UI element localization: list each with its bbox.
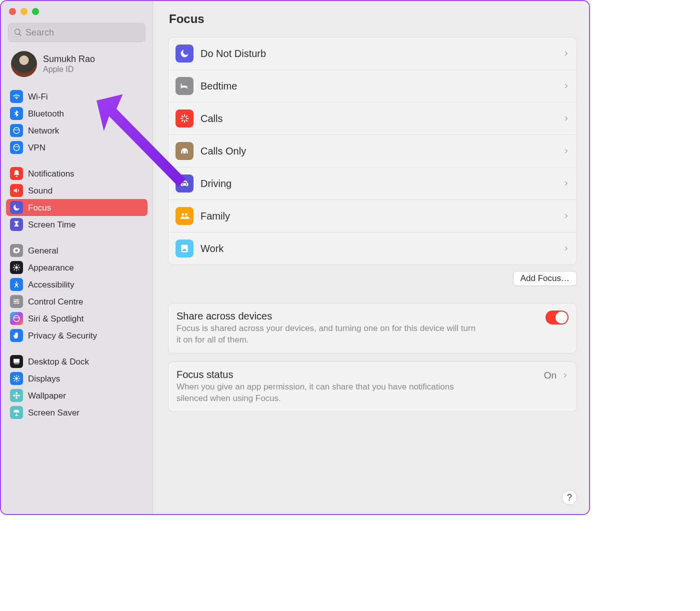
sidebar-item-network[interactable]: Network [6,122,148,139]
sidebar-item-label: Notifications [28,170,74,178]
appearance-icon [10,261,23,274]
dock-icon [10,355,23,368]
displays-icon [10,372,23,385]
sidebar-item-desktop-dock[interactable]: Desktop & Dock [6,353,148,370]
sidebar-item-bluetooth[interactable]: Bluetooth [6,105,148,122]
sidebar-item-apple-id[interactable]: Sumukh Rao Apple ID [6,49,148,86]
share-description: Focus is shared across your devices, and… [176,323,476,346]
focus-row-label: Driving [200,178,556,190]
sidebar-group: General Appearance Accessibility Control… [6,240,148,346]
sidebar-item-label: Siri & Spotlight [28,314,84,323]
wifi-icon [10,90,23,103]
sidebar-item-siri-spotlight[interactable]: Siri & Spotlight [6,310,148,327]
car-icon [176,174,194,192]
sidebar-item-general[interactable]: General [6,242,148,259]
share-across-devices-card: Share across devices Focus is shared acr… [168,303,577,354]
moon-icon [10,201,23,214]
sidebar-item-label: VPN [28,144,46,152]
avatar [11,51,37,77]
focus-status-description: When you give an app permission, it can … [176,382,476,404]
headphones-icon [176,142,194,160]
sidebar-item-screen-saver[interactable]: Screen Saver [6,404,148,421]
sidebar-item-vpn[interactable]: VPN [6,139,148,156]
chevron-right-icon [562,372,568,379]
asterisk-icon [176,110,194,128]
focus-row-bedtime[interactable]: Bedtime [168,70,576,102]
sidebar-item-label: Focus [28,204,51,212]
sidebar-item-focus[interactable]: Focus [6,199,148,216]
sidebar-group: Notifications Sound Focus Screen Time [6,163,148,235]
account-name: Sumukh Rao [43,54,95,65]
focus-row-driving[interactable]: Driving [168,167,576,200]
vpn-icon [10,141,23,154]
sidebar-item-label: Bluetooth [28,110,64,118]
focus-row-calls-only[interactable]: Calls Only [168,134,576,167]
focus-row-calls[interactable]: Calls [168,102,576,134]
chevron-right-icon [562,212,570,220]
sidebar-item-appearance[interactable]: Appearance [6,259,148,276]
network-icon [10,124,23,137]
help-button[interactable]: ? [562,490,577,505]
sidebar: Search Sumukh Rao Apple ID Wi-Fi Bluetoo… [1,1,153,514]
sidebar-item-label: Wallpaper [28,392,66,400]
close-window-button[interactable] [9,8,16,15]
screensaver-icon [10,406,23,419]
sidebar-item-label: General [28,246,58,255]
sidebar-item-label: Control Centre [28,298,84,306]
sidebar-item-wifi[interactable]: Wi-Fi [6,88,148,105]
sidebar-item-label: Sound [28,186,52,195]
wallpaper-icon [10,389,23,402]
focus-row-work[interactable]: Work [168,232,576,264]
sidebar-item-wallpaper[interactable]: Wallpaper [6,387,148,404]
focus-row-label: Family [200,210,556,222]
share-title: Share across devices [176,310,538,322]
sidebar-group: Desktop & Dock Displays Wallpaper Screen… [6,351,148,423]
moon-icon [176,44,194,62]
sidebar-item-screen-time[interactable]: Screen Time [6,216,148,233]
sliders-icon [10,295,23,308]
bluetooth-icon [10,107,23,120]
sidebar-item-label: Privacy & Security [28,332,97,340]
siri-icon [10,312,23,325]
search-placeholder: Search [26,28,54,38]
focus-row-do-not-disturb[interactable]: Do Not Disturb [168,38,576,70]
page-title: Focus [168,10,577,37]
chevron-right-icon [562,50,570,57]
sidebar-item-sound[interactable]: Sound [6,182,148,199]
focus-status-value: On [544,370,556,381]
gear-icon [10,244,23,257]
share-across-devices-toggle[interactable] [546,310,568,324]
sidebar-item-privacy-security[interactable]: Privacy & Security [6,327,148,344]
chevron-right-icon [562,245,570,252]
sidebar-item-label: Appearance [28,264,74,272]
chevron-right-icon [562,148,570,154]
search-input[interactable]: Search [8,23,146,42]
focus-row-label: Work [200,243,556,254]
sidebar-item-notifications[interactable]: Notifications [6,165,148,182]
focus-status-card[interactable]: Focus status When you give an app permis… [168,362,577,412]
chevron-right-icon [562,115,570,122]
bell-icon [10,167,23,180]
focus-row-label: Bedtime [200,80,556,92]
sidebar-item-label: Screen Saver [28,408,80,417]
focus-row-family[interactable]: Family [168,200,576,232]
sidebar-item-label: Displays [28,374,60,383]
sidebar-item-label: Wi-Fi [28,92,48,101]
chevron-right-icon [562,82,570,90]
focus-row-label: Do Not Disturb [200,48,556,60]
maximize-window-button[interactable] [32,8,39,15]
hand-icon [10,329,23,342]
focus-status-title: Focus status [176,369,537,380]
sidebar-item-control-centre[interactable]: Control Centre [6,293,148,310]
account-subtitle: Apple ID [43,65,95,74]
minimize-window-button[interactable] [20,8,28,15]
sidebar-item-displays[interactable]: Displays [6,370,148,387]
sidebar-item-label: Screen Time [28,220,76,229]
focus-row-label: Calls [200,113,556,124]
sidebar-item-accessibility[interactable]: Accessibility [6,276,148,293]
add-focus-button[interactable]: Add Focus… [513,271,577,286]
sidebar-item-label: Accessibility [28,280,74,289]
search-icon [14,28,22,37]
main-panel: Focus Do Not Disturb Bedtime Calls Calls… [153,1,589,514]
sidebar-group: Wi-Fi Bluetooth Network VPN [6,86,148,158]
